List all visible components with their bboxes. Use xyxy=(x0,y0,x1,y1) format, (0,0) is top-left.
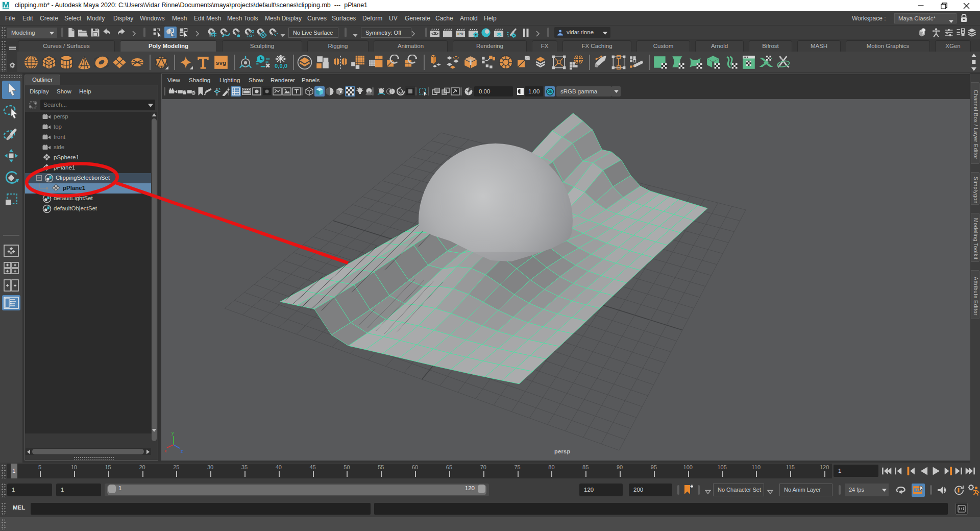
shelf-svg-tool[interactable]: svg xyxy=(213,55,229,70)
modeling-toolkit-toggle[interactable] xyxy=(916,27,927,38)
display-render-settings[interactable] xyxy=(467,27,479,38)
snap-to-curves[interactable] xyxy=(218,27,231,38)
evaluation-button[interactable] xyxy=(968,484,980,498)
vp-anti-alias[interactable] xyxy=(396,86,406,96)
shelf-poly-torus[interactable] xyxy=(94,55,109,70)
shelf-freeze-transformations[interactable]: 0,0,0 xyxy=(273,55,288,70)
shelf-uv-unfold[interactable] xyxy=(723,55,739,70)
shelf-tab-rigging[interactable]: Rigging xyxy=(307,40,369,52)
vp-copy-a[interactable] xyxy=(431,86,441,96)
step-back-frame-button[interactable] xyxy=(893,464,906,477)
outliner-item-label[interactable]: side xyxy=(54,144,64,150)
vp-isolate-select[interactable] xyxy=(418,86,428,96)
statusline-separator[interactable] xyxy=(61,28,63,37)
layout-outliner-persp[interactable] xyxy=(2,295,20,310)
select-component-mode[interactable] xyxy=(178,27,190,38)
lock-workspace-icon[interactable] xyxy=(961,14,967,25)
vp-occlusion[interactable] xyxy=(376,86,386,96)
shelf-bevel[interactable] xyxy=(463,55,478,70)
shelf-extrude[interactable] xyxy=(428,55,443,70)
outliner-item-label[interactable]: defaultLightSet xyxy=(54,195,93,201)
step-back-key-button[interactable] xyxy=(905,464,918,477)
cached-playback-button[interactable] xyxy=(952,485,965,498)
vp-depth-peel[interactable] xyxy=(405,86,415,96)
vp-exposure[interactable] xyxy=(463,86,474,96)
shelf-tab-sculpting[interactable]: Sculpting xyxy=(222,40,302,52)
menu-set-arrow[interactable] xyxy=(47,28,57,38)
statusline-separator[interactable] xyxy=(425,28,427,37)
vp-image-plane[interactable] xyxy=(450,86,460,96)
undo[interactable] xyxy=(101,27,114,38)
shelf-scroll[interactable] xyxy=(970,53,977,72)
save-scene[interactable] xyxy=(89,27,102,38)
outliner-item-label[interactable]: pPlane1 xyxy=(54,164,75,171)
shelf-poly-disc[interactable] xyxy=(130,55,145,70)
play-backwards-button[interactable] xyxy=(918,464,932,477)
tab-modeling-toolkit[interactable]: Modeling Toolkit xyxy=(971,213,979,262)
make-object-live[interactable] xyxy=(267,27,280,38)
ipr-render[interactable]: IPR xyxy=(454,27,467,38)
current-time-marker[interactable]: 1 xyxy=(11,464,17,478)
open-scene[interactable] xyxy=(77,27,89,38)
vp-motion-blur[interactable] xyxy=(386,86,396,96)
paint-effects[interactable] xyxy=(505,27,518,38)
close-button[interactable] xyxy=(959,0,974,11)
playback-loop-button[interactable] xyxy=(894,485,908,497)
statusline-collapse-arrow[interactable] xyxy=(195,30,199,39)
outliner-item-label[interactable]: top xyxy=(54,124,62,130)
outliner-menu-help[interactable]: Help xyxy=(79,88,91,94)
lasso-select-tool[interactable] xyxy=(2,103,20,121)
character-set-dropdown[interactable]: No Character Set xyxy=(713,484,764,496)
menu-help[interactable]: Help xyxy=(479,11,501,26)
mute-button[interactable] xyxy=(937,485,949,497)
render-current-frame[interactable] xyxy=(441,27,454,38)
attribute-editor-toggle[interactable] xyxy=(954,27,966,38)
snap-to-view-planes[interactable] xyxy=(255,27,267,38)
menu-deform[interactable]: Deform xyxy=(358,11,387,26)
workspace-dropdown[interactable]: Maya Classic* xyxy=(894,13,957,23)
vp-copy-b[interactable] xyxy=(440,86,451,96)
shelf-uv-contour-stretch[interactable] xyxy=(688,55,703,70)
open-render-view[interactable] xyxy=(428,27,441,38)
shelf-tab-bifrost[interactable]: Bifrost xyxy=(749,40,792,52)
shelf-tab-fx[interactable]: FX xyxy=(532,40,557,52)
vp-gamma[interactable] xyxy=(516,86,526,96)
tab-simplygon[interactable]: Simplygon xyxy=(971,172,979,205)
anim-layer-dropdown[interactable]: No Anim Layer xyxy=(779,484,832,496)
playback-range-bar[interactable]: 1 120 xyxy=(105,484,489,496)
menu-display[interactable]: Display xyxy=(109,11,138,26)
shelf-poly-plane[interactable] xyxy=(112,55,127,70)
animation-end-field[interactable]: 200 xyxy=(629,484,672,496)
character-controls-toggle[interactable] xyxy=(930,27,942,38)
shelf-uv-automatic[interactable] xyxy=(670,55,685,70)
select-object-mode[interactable] xyxy=(164,27,177,38)
vp-lighting[interactable] xyxy=(355,86,365,96)
vp-shadows[interactable] xyxy=(364,86,374,96)
hypershade[interactable] xyxy=(479,27,492,38)
outliner-row-side[interactable]: side xyxy=(25,142,152,153)
outliner-item-label[interactable]: defaultObjectSet xyxy=(54,205,97,211)
vp-select-camera[interactable] xyxy=(168,86,178,96)
snap-to-grids[interactable] xyxy=(206,27,218,38)
menu-edit-mesh[interactable]: Edit Mesh xyxy=(189,11,226,26)
playback-start-field[interactable]: 1 xyxy=(56,484,101,496)
shelf-transform-component[interactable] xyxy=(551,55,567,70)
vp-gate-mask[interactable] xyxy=(262,86,272,96)
outliner-menu-show[interactable]: Show xyxy=(57,88,71,94)
live-surface-field[interactable]: No Live Surface xyxy=(288,28,338,38)
vp-shaded[interactable] xyxy=(314,86,325,96)
layout-four-pane[interactable] xyxy=(2,260,20,276)
symmetry-field[interactable]: Symmetry: Off xyxy=(361,28,411,38)
menu-file[interactable]: File xyxy=(1,11,19,26)
vp-field-chart[interactable] xyxy=(272,86,282,96)
viewport-3d[interactable]: xyz persp xyxy=(161,99,970,461)
outliner-row-defaultlightset[interactable]: defaultLightSet xyxy=(25,194,152,204)
paint-select-tool[interactable] xyxy=(2,125,20,143)
outliner-row-psphere1[interactable]: pSphere1 xyxy=(25,153,152,163)
outliner-row-front[interactable]: front xyxy=(25,132,152,142)
viewport-menu-panels[interactable]: Panels xyxy=(302,75,320,86)
viewport-menu-renderer[interactable]: Renderer xyxy=(271,75,295,86)
minimize-button[interactable] xyxy=(913,0,928,11)
shelf-poly-cone[interactable] xyxy=(77,55,92,70)
go-to-start-button[interactable] xyxy=(880,464,893,477)
